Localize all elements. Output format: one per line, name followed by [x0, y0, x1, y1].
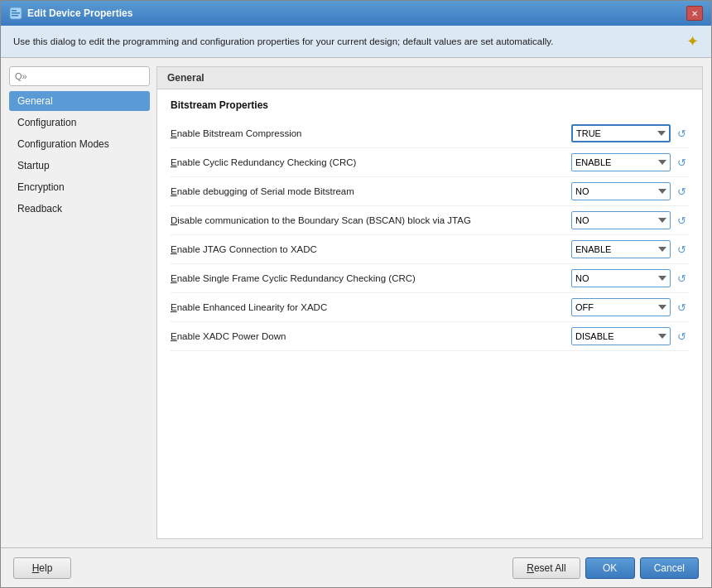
- info-text: Use this dialog to edit the programming …: [13, 36, 553, 46]
- sidebar-item-startup[interactable]: Startup: [9, 156, 150, 176]
- property-dropdown[interactable]: TRUEFALSE: [571, 124, 671, 142]
- content-panel: General Bitstream Properties Enable Bits…: [156, 66, 703, 539]
- property-control: ENABLEDISABLE↺: [571, 240, 689, 258]
- sidebar-item-encryption[interactable]: Encryption: [9, 177, 150, 197]
- footer-right: Reset All OK Cancel: [512, 557, 699, 579]
- title-bar-left: Edit Device Properties: [9, 7, 132, 20]
- sidebar: General Configuration Configuration Mode…: [9, 66, 150, 539]
- sidebar-item-configuration-modes[interactable]: Configuration Modes: [9, 134, 150, 154]
- property-label: Enable Bitstream Compression: [171, 128, 571, 138]
- property-dropdown[interactable]: OFFON: [571, 298, 671, 316]
- property-reset-button[interactable]: ↺: [674, 242, 689, 257]
- property-label: Enable JTAG Connection to XADC: [171, 244, 571, 254]
- property-reset-button[interactable]: ↺: [674, 300, 689, 315]
- property-label: Enable debugging of Serial mode Bitstrea…: [171, 186, 571, 196]
- property-row: Enable XADC Power DownDISABLEENABLE↺: [171, 322, 689, 351]
- title-text: Edit Device Properties: [27, 7, 132, 19]
- content-body: Bitstream Properties Enable Bitstream Co…: [157, 89, 702, 538]
- property-label: Enable Cyclic Redundancy Checking (CRC): [171, 157, 571, 167]
- property-label: Enable XADC Power Down: [171, 331, 571, 341]
- close-button[interactable]: ✕: [686, 6, 703, 21]
- cancel-button[interactable]: Cancel: [640, 557, 699, 579]
- property-dropdown[interactable]: DISABLEENABLE: [571, 327, 671, 345]
- dialog-icon: [9, 7, 22, 20]
- property-row: Enable JTAG Connection to XADCENABLEDISA…: [171, 235, 689, 264]
- footer: Help Reset All OK Cancel: [1, 547, 711, 587]
- property-dropdown[interactable]: NOYES: [571, 211, 671, 229]
- property-control: NOYES↺: [571, 182, 689, 200]
- property-control: OFFON↺: [571, 298, 689, 316]
- reset-all-button[interactable]: Reset All: [512, 557, 580, 579]
- property-dropdown[interactable]: ENABLEDISABLE: [571, 153, 671, 171]
- property-row: Enable Single Frame Cyclic Redundancy Ch…: [171, 264, 689, 293]
- svg-rect-2: [12, 12, 20, 14]
- info-icon: ✦: [686, 32, 699, 51]
- section-title: Bitstream Properties: [171, 99, 689, 111]
- property-dropdown[interactable]: NOYES: [571, 269, 671, 287]
- sidebar-item-general[interactable]: General: [9, 91, 150, 111]
- property-reset-button[interactable]: ↺: [674, 126, 689, 141]
- svg-rect-3: [12, 15, 18, 17]
- svg-rect-1: [12, 10, 17, 12]
- property-control: TRUEFALSE↺: [571, 124, 689, 142]
- sidebar-item-readback[interactable]: Readback: [9, 199, 150, 219]
- content-header: General: [157, 67, 702, 89]
- property-row: Enable Enhanced Linearity for XADCOFFON↺: [171, 293, 689, 322]
- properties-container: Enable Bitstream CompressionTRUEFALSE↺En…: [171, 119, 689, 351]
- ok-button[interactable]: OK: [585, 557, 635, 579]
- property-control: ENABLEDISABLE↺: [571, 153, 689, 171]
- property-reset-button[interactable]: ↺: [674, 213, 689, 228]
- property-dropdown[interactable]: ENABLEDISABLE: [571, 240, 671, 258]
- property-reset-button[interactable]: ↺: [674, 155, 689, 170]
- property-row: Enable debugging of Serial mode Bitstrea…: [171, 177, 689, 206]
- property-reset-button[interactable]: ↺: [674, 329, 689, 344]
- title-buttons: ✕: [686, 6, 703, 21]
- property-control: NOYES↺: [571, 211, 689, 229]
- property-label: Disable communication to the Boundary Sc…: [171, 215, 571, 225]
- dialog: Edit Device Properties ✕ Use this dialog…: [0, 0, 712, 588]
- property-control: NOYES↺: [571, 269, 689, 287]
- property-dropdown[interactable]: NOYES: [571, 182, 671, 200]
- title-bar: Edit Device Properties ✕: [1, 1, 711, 26]
- help-button[interactable]: Help: [13, 557, 71, 579]
- search-input[interactable]: [9, 66, 150, 86]
- property-label: Enable Enhanced Linearity for XADC: [171, 302, 571, 312]
- info-bar: Use this dialog to edit the programming …: [1, 26, 711, 58]
- property-label: Enable Single Frame Cyclic Redundancy Ch…: [171, 273, 571, 283]
- main-content: General Configuration Configuration Mode…: [1, 58, 711, 547]
- property-row: Enable Bitstream CompressionTRUEFALSE↺: [171, 119, 689, 148]
- property-control: DISABLEENABLE↺: [571, 327, 689, 345]
- property-row: Enable Cyclic Redundancy Checking (CRC)E…: [171, 148, 689, 177]
- sidebar-item-configuration[interactable]: Configuration: [9, 113, 150, 133]
- property-reset-button[interactable]: ↺: [674, 184, 689, 199]
- property-reset-button[interactable]: ↺: [674, 271, 689, 286]
- property-row: Disable communication to the Boundary Sc…: [171, 206, 689, 235]
